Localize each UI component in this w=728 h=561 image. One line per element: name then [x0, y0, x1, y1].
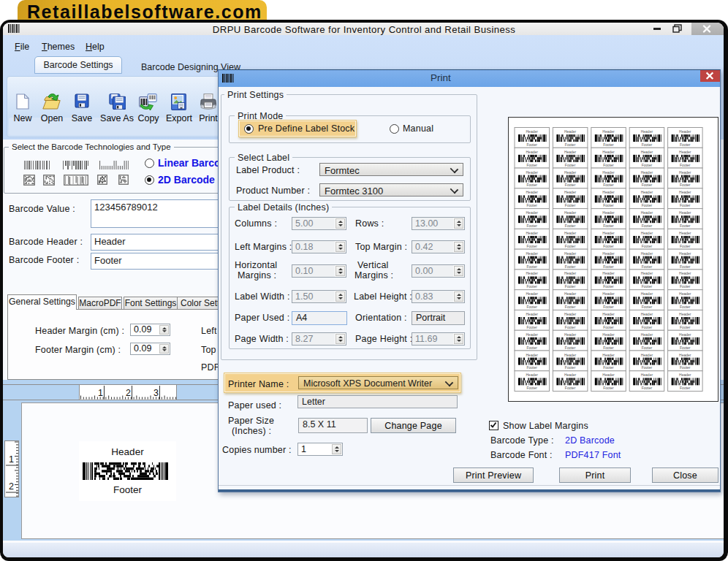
svg-text:3: 3	[153, 388, 159, 398]
svg-text:1: 1	[98, 388, 103, 398]
svg-text:1: 1	[9, 454, 14, 465]
svg-text:2: 2	[9, 481, 14, 492]
svg-text:2: 2	[126, 388, 131, 398]
